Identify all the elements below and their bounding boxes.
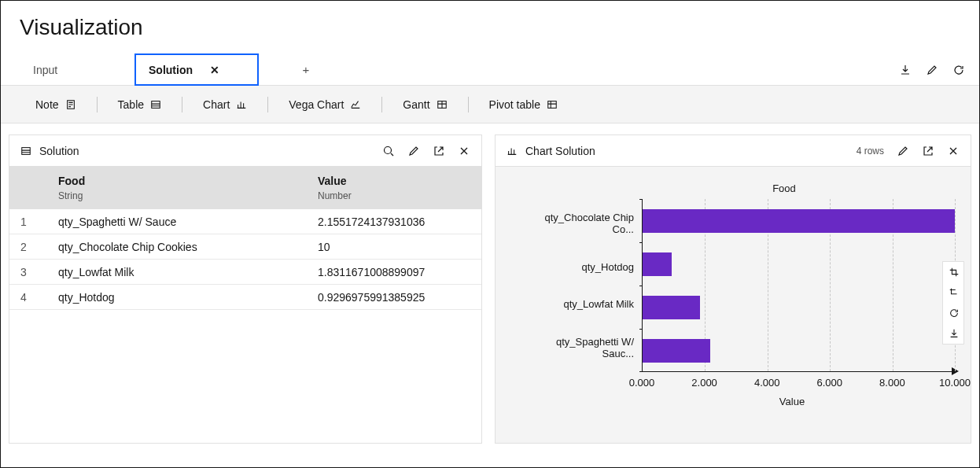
note-icon (65, 99, 76, 110)
toolbar-vega-label: Vega Chart (289, 98, 344, 111)
y-tick (639, 329, 643, 330)
table-icon (150, 99, 161, 110)
content-area: Solution Food S (1, 123, 979, 451)
cell-value: 10 (318, 241, 481, 253)
header-actions (899, 54, 965, 86)
col-name: Value (318, 175, 481, 187)
svg-point-5 (385, 146, 392, 153)
table-header: Food String Value Number (9, 167, 481, 209)
chart-bar[interactable] (643, 252, 672, 276)
row-index: 1 (20, 216, 58, 228)
table-row[interactable]: 1qty_Spaghetti W/ Sauce2.155172413793103… (9, 209, 481, 234)
panel-title: Solution (39, 145, 79, 157)
separator (468, 97, 469, 112)
chart-y-labels: qty_Chocolate Chip Co...qty_Hotdogqty_Lo… (524, 199, 642, 372)
col-type: String (58, 190, 318, 201)
search-icon[interactable] (382, 145, 395, 157)
chart-bar[interactable] (643, 209, 955, 233)
rows-count: 4 rows (857, 146, 884, 157)
y-tick-label: qty_Chocolate Chip Co... (524, 212, 634, 235)
column-header-food[interactable]: Food String (58, 175, 318, 201)
table-row[interactable]: 3qty_Lowfat Milk1.8311671008899097 (9, 260, 481, 285)
refresh-icon[interactable] (952, 64, 965, 76)
y-tick (639, 242, 643, 243)
crop-icon[interactable] (943, 262, 965, 282)
x-tick-label: 6.000 (817, 377, 843, 389)
y-tick (639, 371, 643, 372)
page-title: Visualization (1, 1, 979, 54)
download-icon[interactable] (943, 323, 965, 344)
reset-crop-icon[interactable] (943, 282, 965, 303)
svg-rect-3 (548, 101, 557, 108)
x-tick-label: 2.000 (691, 377, 717, 389)
col-name: Food (58, 175, 318, 187)
y-tick-label: qty_Hotdog (524, 261, 634, 273)
toolbar-note-label: Note (35, 98, 59, 111)
line-chart-icon (350, 99, 361, 110)
tab-label: Solution (149, 64, 193, 76)
chart-bar[interactable] (643, 339, 710, 363)
cell-food: qty_Hotdog (58, 291, 318, 304)
svg-rect-1 (152, 101, 160, 108)
popout-icon[interactable] (433, 145, 445, 157)
row-index: 4 (20, 291, 58, 304)
refresh-icon[interactable] (943, 303, 965, 323)
x-tick-label: 0.000 (629, 377, 655, 389)
add-tab-button[interactable]: + (290, 54, 322, 86)
close-icon[interactable] (947, 145, 960, 157)
panel-header: Solution (9, 135, 481, 167)
toolbar-gantt[interactable]: Gantt (387, 92, 462, 117)
tabs-row: Input Solution ✕ + (1, 54, 979, 86)
toolbar-vega-chart[interactable]: Vega Chart (273, 92, 377, 117)
pivot-icon (547, 99, 558, 110)
tab-input[interactable]: Input (20, 54, 71, 86)
popout-icon[interactable] (922, 145, 934, 157)
gantt-icon (437, 99, 448, 110)
close-icon[interactable]: ✕ (208, 64, 221, 76)
chart-y-axis-title: Food (613, 182, 955, 194)
cell-food: qty_Chocolate Chip Cookies (58, 241, 318, 253)
cell-food: qty_Spaghetti W/ Sauce (58, 216, 318, 228)
chart-area: Food qty_Chocolate Chip Co...qty_Hotdogq… (496, 167, 971, 443)
data-table: Food String Value Number 1qty_Spaghetti … (9, 167, 481, 443)
close-icon[interactable] (458, 145, 470, 157)
toolbar-gantt-label: Gantt (403, 98, 429, 111)
x-tick-label: 4.000 (754, 377, 780, 389)
chart-solution-panel: Chart Solution 4 rows Food qty_Chocolate… (495, 135, 971, 444)
edit-icon[interactable] (407, 145, 420, 157)
download-icon[interactable] (899, 64, 912, 76)
row-index: 2 (20, 241, 58, 253)
cell-value: 1.8311671008899097 (318, 266, 481, 278)
col-type: Number (318, 190, 481, 201)
toolbar-table-label: Table (118, 98, 144, 111)
x-tick-label: 8.000 (879, 377, 905, 389)
chart-canvas (642, 199, 955, 372)
y-tick (639, 199, 643, 200)
panel-header: Chart Solution 4 rows (496, 135, 971, 167)
toolbar-table[interactable]: Table (102, 92, 177, 117)
toolbar-chart[interactable]: Chart (187, 92, 263, 117)
view-type-toolbar: Note Table Chart Vega Chart Gantt Pivot … (1, 86, 979, 123)
edit-icon[interactable] (897, 145, 909, 157)
separator (381, 97, 382, 112)
chart-bar[interactable] (643, 296, 700, 319)
separator (267, 97, 268, 112)
column-header-value[interactable]: Value Number (318, 175, 481, 201)
table-row[interactable]: 4qty_Hotdog0.9296975991385925 (9, 285, 481, 310)
solution-table-panel: Solution Food S (9, 135, 482, 444)
table-row[interactable]: 2qty_Chocolate Chip Cookies10 (9, 234, 481, 260)
y-tick-label: qty_Spaghetti W/ Sauc... (524, 336, 634, 359)
edit-icon[interactable] (926, 64, 938, 76)
row-index: 3 (20, 266, 58, 278)
table-icon (20, 146, 31, 157)
cell-value: 0.9296975991385925 (318, 291, 481, 304)
separator (97, 97, 98, 112)
cell-food: qty_Lowfat Milk (58, 266, 318, 278)
bar-chart-icon (236, 99, 247, 110)
x-tick-label: 10.000 (939, 377, 971, 389)
bar-chart-icon (507, 146, 518, 157)
tab-solution[interactable]: Solution ✕ (134, 53, 259, 86)
toolbar-pivot-table[interactable]: Pivot table (473, 92, 573, 117)
toolbar-note[interactable]: Note (20, 92, 92, 117)
cell-value: 2.1551724137931036 (318, 216, 481, 228)
